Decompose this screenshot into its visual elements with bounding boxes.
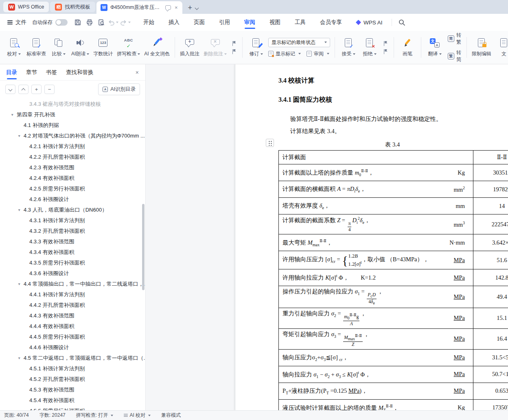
toc-item[interactable]: ▼ 4.2.2 开孔所需补强面积 [0, 152, 145, 162]
show-markup-button[interactable]: 显示标记 [268, 50, 301, 57]
toc-item[interactable]: ▼ 4.3.1 补强计算方法判别 [0, 215, 145, 226]
toc-item[interactable]: ▼ 4.2.6 补强圈设计 [0, 194, 145, 205]
print-preview-button[interactable] [96, 17, 107, 28]
compatibility-mode-indicator[interactable]: 兼容模式 [161, 412, 181, 419]
sidebar-tab[interactable]: 查找和替换 [66, 65, 94, 80]
sidebar-close-icon[interactable]: × [136, 69, 139, 76]
menu-item[interactable]: 视图 [269, 14, 281, 31]
tab-wps-office[interactable]: W WPS Office [3, 2, 49, 12]
toc-item[interactable]: ▼ 4.4 常顶循抽出口，常一中抽出口，常二线返塔口，... [0, 279, 145, 289]
ai-polish-button[interactable]: AI 全文润色 [142, 32, 172, 63]
tab-list-dropdown-icon[interactable] [195, 4, 198, 11]
accept-revision-button[interactable]: ✓ 接受 [338, 32, 359, 63]
toc-item[interactable]: ▼ 4.3.3 有效补强范围 [0, 236, 145, 247]
review-pane-button[interactable]: 审阅 [307, 50, 329, 57]
sidebar-scrollbar-thumb[interactable] [142, 204, 145, 290]
file-menu-button[interactable]: 文件 [4, 16, 30, 28]
delete-comment-button[interactable]: × 删除批注 [201, 32, 229, 63]
track-changes-button[interactable]: 修订 [245, 32, 267, 63]
compare-button[interactable]: 比较 [48, 32, 69, 63]
menu-item-wps-ai[interactable]: WPS AI [356, 20, 383, 26]
next-revision-icon[interactable] [382, 48, 389, 55]
ai-read-aloud-button[interactable]: AI朗读 [69, 32, 91, 63]
document-permission-button[interactable]: 文 [493, 32, 508, 63]
toc-item[interactable]: ▼ 4.1 补强的判据 [0, 120, 145, 131]
spell-check-button[interactable]: ABC✓ 拼写检查 [115, 32, 142, 63]
toc-item[interactable]: ▼ 4.2 对塔顶气体出口的补强（其内径均为Φ700mm ... [0, 131, 145, 141]
tab-document[interactable]: W Φ4500mm原油常压蒸馏塔机 × [96, 1, 183, 14]
menu-item[interactable]: 引用 [219, 14, 230, 31]
table-move-handle[interactable] [266, 139, 274, 147]
reject-revision-button[interactable]: × 拒绝 [359, 32, 380, 63]
translate-button[interactable]: 文A 翻译 [424, 32, 445, 63]
toc-item[interactable]: ▼ 4.3.6 补强圈设计 [0, 268, 145, 279]
menu-item[interactable]: 审阅 [244, 14, 256, 31]
proofread-button[interactable]: 校对 [3, 32, 24, 63]
save-button[interactable] [72, 17, 83, 28]
menu-item[interactable]: 插入 [168, 14, 180, 31]
zoom-in-toc-button[interactable]: + [31, 85, 42, 94]
simplified-to-traditional-button[interactable]: 简 转繁 [448, 32, 461, 46]
toc-item[interactable]: ▼ 4.3.2 开孔所需补强面积 [0, 226, 145, 236]
expand-arrow-icon[interactable]: ▼ [18, 134, 24, 138]
previous-revision-icon[interactable] [382, 40, 389, 46]
menu-item[interactable]: 页面 [193, 14, 205, 31]
menu-item[interactable]: 开始 [143, 14, 155, 31]
ink-brush-button[interactable]: 画笔 [397, 32, 418, 63]
expand-all-button[interactable] [5, 85, 15, 94]
zoom-out-toc-button[interactable]: − [44, 85, 55, 94]
toc-item[interactable]: ▼ 3.4.3 裙座与塔壳对接焊缝校核 [0, 99, 145, 109]
toc-item[interactable]: ▼ 4.3 人孔，塔底重油出口（DN600） [0, 205, 145, 215]
sidebar-tab[interactable]: 书签 [46, 65, 57, 80]
autosave-toggle[interactable] [55, 19, 68, 26]
toc-item[interactable]: ▼ 4.4.5 所需另行补强面积 [0, 332, 145, 342]
ai-proofread-status[interactable]: AI 校对 [124, 412, 151, 419]
word-count-button[interactable]: 123 字数统计 [91, 32, 115, 63]
toc-item[interactable]: ▼ 4.5 常二中返塔口，常顶循返塔口，常一中返塔口（... [0, 353, 145, 363]
insert-comment-button[interactable]: + 插入批注 [178, 32, 201, 63]
toc-item[interactable]: ▼ 4.5.5 所需另行补强面积 [0, 406, 145, 410]
toc-item[interactable]: ▼ 4.4.3 有效补强范围 [0, 311, 145, 321]
expand-arrow-icon[interactable]: ▼ [18, 282, 24, 286]
search-button[interactable] [399, 19, 405, 26]
menu-item[interactable]: 会员专享 [320, 14, 342, 31]
toc-item[interactable]: ▼ 4.3.4 有效补强面积 [0, 247, 145, 258]
markup-state-dropdown[interactable]: 显示标记的最终状态 [268, 38, 330, 47]
sidebar-tab[interactable]: 章节 [26, 65, 37, 80]
collapse-all-button[interactable] [18, 85, 28, 94]
new-tab-button[interactable]: + [184, 4, 195, 14]
toc-item[interactable]: ▼ 4.3.5 所需另行补强面积 [0, 258, 145, 268]
toc-item[interactable]: ▼ 4.4.1 补强计算方法判别 [0, 289, 145, 300]
toc-item[interactable]: ▼ 4.5.4 有效补强面积 [0, 395, 145, 406]
toc-item[interactable]: ▼ 4.4.4 有效补强面积 [0, 321, 145, 332]
tab-docer-templates[interactable]: 稻 找稻壳模板 [50, 2, 95, 12]
toc-item[interactable]: ▼ 4.2.5 所需另行补强面积 [0, 184, 145, 194]
spell-check-status[interactable]: 拼写检查: 打开 [76, 412, 114, 419]
print-button[interactable] [84, 17, 95, 28]
traditional-to-simplified-button[interactable]: 繁 转简 [448, 49, 461, 63]
toc-item[interactable]: ▼ 4.2.3 有效补强范围 [0, 162, 145, 173]
undo-button[interactable] [108, 20, 118, 26]
standard-review-button[interactable]: ✓ 标准审查 [24, 32, 48, 63]
undo-dropdown-icon[interactable] [116, 22, 118, 23]
expand-arrow-icon[interactable]: ▼ [18, 208, 24, 212]
toc-item[interactable]: ▼ 4.5.2 开孔所需补强面积 [0, 374, 145, 385]
document-page[interactable]: 3.4 校核计算 3.4.1 圆筒应力校核 验算塔壳Ⅱ-Ⅱ截面处操作时和压力试验… [235, 64, 508, 410]
close-tab-icon[interactable]: × [174, 4, 179, 11]
redo-button[interactable] [120, 20, 131, 26]
toc-item[interactable]: ▼ 4.4.6 补强圈设计 [0, 342, 145, 353]
menu-item[interactable]: 工具 [294, 14, 306, 31]
toc-item[interactable]: ▼ 第四章 开孔补强 [0, 109, 145, 120]
expand-arrow-icon[interactable]: ▼ [18, 356, 24, 360]
expand-arrow-icon[interactable]: ▼ [11, 113, 17, 117]
next-comment-icon[interactable] [230, 48, 238, 55]
previous-comment-icon[interactable] [230, 40, 238, 46]
redo-dropdown-icon[interactable] [128, 22, 131, 23]
restrict-editing-button[interactable]: 限制编辑 [470, 32, 493, 63]
ai-recognize-toc-button[interactable]: A AI识别目录 [98, 83, 140, 95]
toc-item[interactable]: ▼ 4.4.2 开孔所需补强面积 [0, 300, 145, 311]
toc-item[interactable]: ▼ 4.2.1 补强计算方法判别 [0, 141, 145, 152]
toc-item[interactable]: ▼ 4.2.4 有效补强面积 [0, 173, 145, 184]
toc-item[interactable]: ▼ 4.5.1 补强计算方法判别 [0, 363, 145, 374]
toc-item[interactable]: ▼ 4.5.3 有效补强范围 [0, 385, 145, 395]
